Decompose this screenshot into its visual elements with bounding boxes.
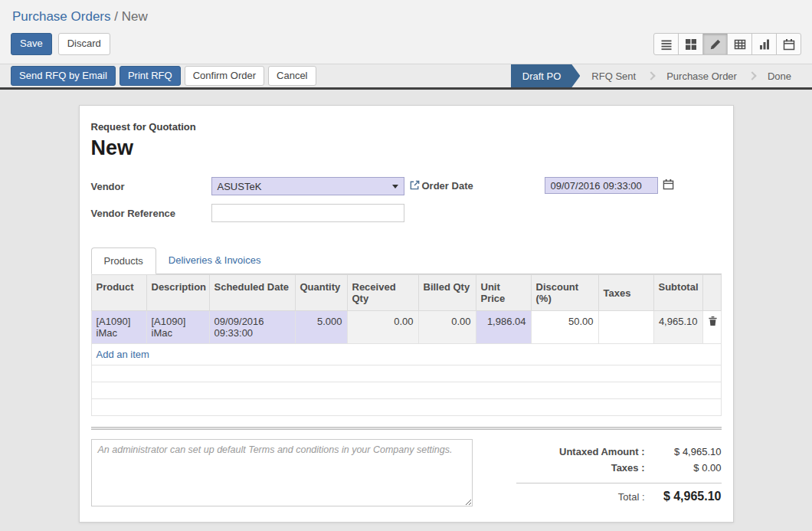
total-value: $ 4,965.10 (645, 490, 722, 503)
empty-row (91, 365, 721, 382)
cell-quantity[interactable]: 5.000 (295, 311, 347, 344)
sheet-subtitle: Request for Quotation (91, 121, 722, 133)
form-sheet: Request for Quotation New Vendor ASUSTeK… (79, 105, 734, 523)
state-rfq-sent: RFQ Sent (580, 64, 647, 87)
cell-unit-price[interactable]: 1,986.04 (476, 311, 531, 344)
cell-received-qty: 0.00 (347, 311, 418, 344)
untaxed-amount-value: $ 4,965.10 (645, 446, 722, 457)
order-date-label: Order Date (422, 180, 545, 192)
statusbar-states: Draft PO RFQ Sent Purchase Order Done (511, 64, 812, 87)
totals-divider (516, 483, 722, 483)
col-subtotal: Subtotal (653, 275, 702, 311)
notebook-tabs: Products Deliveries & Invoices (91, 247, 722, 274)
send-rfq-by-email-button[interactable]: Send RFQ by Email (11, 66, 116, 86)
cell-subtotal: 4,965.10 (653, 311, 702, 344)
col-description: Description (146, 275, 209, 311)
list-view-button[interactable] (653, 33, 679, 55)
col-scheduled-date: Scheduled Date (209, 275, 295, 311)
vendor-select[interactable]: ASUSTeK (211, 177, 404, 195)
discard-button[interactable]: Discard (58, 33, 110, 54)
state-purchase-order: Purchase Order (655, 64, 748, 87)
kanban-view-button[interactable] (678, 33, 703, 55)
print-rfq-button[interactable]: Print RFQ (120, 66, 181, 86)
vendor-reference-input[interactable] (211, 204, 404, 222)
vendor-reference-label: Vendor Reference (91, 208, 211, 219)
graph-view-button[interactable] (751, 33, 777, 55)
col-taxes: Taxes (598, 275, 653, 311)
empty-row (91, 399, 721, 416)
tab-deliveries-invoices[interactable]: Deliveries & Invoices (156, 247, 273, 274)
date-picker-button[interactable] (663, 179, 674, 192)
external-link-icon (409, 179, 421, 193)
breadcrumb-separator: / (114, 9, 118, 24)
cell-taxes[interactable] (598, 311, 653, 344)
taxes-label: Taxes : (611, 462, 645, 474)
save-button[interactable]: Save (11, 33, 52, 54)
taxes-value: $ 0.00 (645, 462, 722, 474)
chevron-down-icon (392, 185, 398, 188)
cancel-button[interactable]: Cancel (268, 66, 316, 86)
table-row: [A1090] iMac [A1090] iMac 09/09/2016 09:… (91, 311, 721, 344)
add-item-row: Add an item (91, 344, 721, 365)
col-quantity: Quantity (295, 275, 347, 311)
order-lines-table: Product Description Scheduled Date Quant… (91, 274, 722, 416)
add-an-item-link[interactable]: Add an item (97, 349, 149, 360)
chevron-right-icon (647, 71, 655, 80)
col-received-qty: Received Qty (347, 275, 418, 311)
form-view-button[interactable] (702, 33, 728, 55)
tab-products[interactable]: Products (91, 247, 156, 274)
main-content: Request for Quotation New Vendor ASUSTeK… (0, 90, 812, 523)
status-bar: Send RFQ by Email Print RFQ Confirm Orde… (0, 64, 812, 90)
trash-icon (708, 317, 718, 329)
breadcrumb-current: New (122, 9, 148, 24)
kanban-icon (685, 38, 697, 51)
vendor-value: ASUSTeK (218, 181, 262, 192)
cell-scheduled-date[interactable]: 09/09/2016 09:33:00 (209, 311, 295, 344)
terms-and-conditions-textarea[interactable] (91, 439, 473, 506)
cell-billed-qty: 0.00 (418, 311, 476, 344)
breadcrumb: Purchase Orders / New (0, 0, 812, 26)
total-label: Total : (618, 491, 645, 503)
col-unit-price: Unit Price (476, 275, 531, 311)
edit-pencil-icon (709, 38, 722, 51)
cell-discount[interactable]: 50.00 (531, 311, 598, 344)
delete-line-button[interactable] (702, 311, 721, 344)
calendar-icon (783, 38, 795, 51)
control-panel: Save Discard (0, 26, 812, 64)
state-done: Done (756, 64, 803, 87)
bar-chart-icon (758, 38, 771, 51)
list-icon (660, 38, 673, 51)
vendor-label: Vendor (91, 181, 211, 192)
breadcrumb-parent-link[interactable]: Purchase Orders (12, 9, 111, 24)
untaxed-amount-label: Untaxed Amount : (559, 446, 644, 457)
view-switcher (654, 33, 801, 55)
calendar-icon (663, 179, 674, 192)
cell-product[interactable]: [A1090] iMac (91, 311, 146, 344)
totals-panel: Untaxed Amount : $ 4,965.10 Taxes : $ 0.… (516, 439, 722, 506)
table-header-row: Product Description Scheduled Date Quant… (91, 275, 721, 311)
col-product: Product (91, 275, 146, 311)
page-title: New (91, 136, 722, 160)
pivot-view-button[interactable] (727, 33, 752, 55)
empty-row (91, 382, 721, 399)
order-date-input[interactable] (545, 177, 658, 194)
col-actions (702, 275, 721, 311)
open-vendor-record-button[interactable] (409, 179, 421, 193)
confirm-order-button[interactable]: Confirm Order (185, 66, 264, 86)
chevron-right-icon (748, 71, 756, 80)
col-discount: Discount (%) (531, 275, 598, 311)
cell-description[interactable]: [A1090] iMac (146, 311, 209, 344)
section-separator (91, 427, 722, 430)
calendar-view-button[interactable] (776, 33, 801, 55)
col-billed-qty: Billed Qty (418, 275, 476, 311)
top-bar: Purchase Orders / New Save Discard (0, 0, 812, 64)
pivot-table-icon (734, 38, 746, 51)
state-draft-po: Draft PO (511, 64, 581, 87)
